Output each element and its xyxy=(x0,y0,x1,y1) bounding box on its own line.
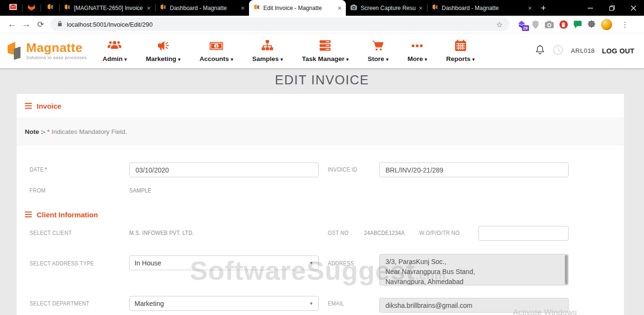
required-asterisk: * xyxy=(45,166,47,173)
menu-marketing[interactable]: Marketing ▾ xyxy=(146,40,181,62)
menu-store[interactable]: Store ▾ xyxy=(368,40,388,62)
forward-button[interactable]: → xyxy=(19,19,33,30)
notifications-bell-icon[interactable] xyxy=(535,44,545,57)
bookmark-star-icon[interactable]: ☆ xyxy=(496,20,503,29)
chevron-down-icon: ▾ xyxy=(472,57,475,62)
menu-label: Store xyxy=(368,55,384,62)
shield-icon[interactable] xyxy=(531,20,540,29)
magnatte-logo[interactable]: Magnatte Solutions to ease processes xyxy=(8,41,96,61)
tab-title: Dashboard - Magnatte xyxy=(442,5,525,11)
textarea-scrollbar[interactable] xyxy=(565,255,568,285)
date-input[interactable] xyxy=(129,163,319,177)
window-close-button[interactable] xyxy=(623,0,644,16)
brand-tagline: Solutions to ease processes xyxy=(26,55,87,60)
new-tab-button[interactable]: + xyxy=(536,3,551,13)
mandatory-note: Note :- * Indicates Mandatory Field. xyxy=(17,119,624,145)
section-invoice-header: Invoice xyxy=(17,94,624,118)
menu-reports[interactable]: Reports ▾ xyxy=(446,40,475,62)
invoice-form-card: Invoice Note :- * Indicates Mandatory Fi… xyxy=(17,94,624,315)
menu-task-manager[interactable]: Task Manager ▾ xyxy=(302,40,349,62)
magnatte-favicon xyxy=(47,3,54,12)
tab-title: Dashboard - Magnatte xyxy=(170,5,238,11)
chevron-down-icon: ▾ xyxy=(386,57,388,62)
logout-button[interactable]: LOG OUT xyxy=(602,47,634,55)
url-text[interactable]: localhost:5001/Invoice/Edit/290 xyxy=(67,21,153,28)
chevron-down-icon: ▾ xyxy=(346,57,349,62)
magnatte-favicon xyxy=(432,4,438,12)
window-minimize-button[interactable] xyxy=(580,0,601,16)
extension-purple-icon[interactable]: 29 xyxy=(517,20,526,29)
note-prefix: Note :- xyxy=(25,128,45,135)
screenshot-camera-icon[interactable] xyxy=(545,20,554,29)
pinned-tab-magnatte[interactable] xyxy=(41,3,59,12)
invoice-id-input[interactable] xyxy=(379,163,569,177)
ellipsis-icon xyxy=(411,40,424,53)
magnatte-logo-icon xyxy=(8,41,22,61)
window-restore-button[interactable] xyxy=(601,0,623,16)
users-icon xyxy=(107,40,122,53)
chat-bubble-icon[interactable] xyxy=(573,20,582,29)
tab-title: Edit Invoice - Magnatte xyxy=(263,5,334,11)
browser-tab[interactable]: [MAGNATTE-2650] Invoice × xyxy=(60,0,155,16)
note-text: Indicates Mandatory Field. xyxy=(52,128,127,135)
browser-tab[interactable]: Dashboard - Magnatte × xyxy=(427,0,536,16)
browser-tab[interactable]: Dashboard - Magnatte × xyxy=(156,0,249,16)
app-navbar: Magnatte Solutions to ease processes Adm… xyxy=(0,33,644,68)
address-textarea: 3/3, ParasKunj Soc., Near Navrangpura Bu… xyxy=(379,254,569,285)
browser-address-bar: ← → ⟳ localhost:5001/Invoice/Edit/290 ☆ … xyxy=(0,16,644,33)
section-client-header: Client Information xyxy=(17,207,98,222)
asterisk-icon: * xyxy=(47,128,50,135)
tab-close-icon[interactable]: × xyxy=(528,5,532,11)
tab-close-icon[interactable]: × xyxy=(241,5,245,11)
chevron-down-icon: ▼ xyxy=(309,261,313,265)
section-title: Client Information xyxy=(37,211,98,219)
wo-po-tr-input[interactable] xyxy=(478,226,569,241)
back-button[interactable]: ← xyxy=(5,19,19,30)
pinned-tabs xyxy=(4,0,60,16)
browser-menu-icon[interactable]: ⋮ xyxy=(621,20,629,29)
menu-label: Admin xyxy=(103,55,123,62)
address-type-select[interactable]: In House ▼ xyxy=(129,255,319,270)
puzzle-extensions-icon[interactable] xyxy=(587,20,596,29)
url-omnibox[interactable]: localhost:5001/Invoice/Edit/290 ☆ xyxy=(51,18,509,31)
camera-icon xyxy=(350,4,357,12)
browser-tab-active[interactable]: Edit Invoice - Magnatte × xyxy=(249,0,346,16)
tab-close-icon[interactable]: × xyxy=(419,5,423,11)
section-title: Invoice xyxy=(37,102,62,110)
pinned-tab-gitlab[interactable] xyxy=(22,3,41,13)
refresh-button[interactable]: ⟳ xyxy=(33,20,48,30)
magnatte-favicon xyxy=(253,4,260,12)
page-body: EDIT INVOICE Invoice Note :- * Indicates… xyxy=(0,68,644,315)
username-text[interactable]: ARL018 xyxy=(571,47,595,54)
menu-admin[interactable]: Admin ▾ xyxy=(103,40,127,62)
gitlab-icon xyxy=(27,3,36,13)
browser-tab[interactable]: Screen Capture Result × xyxy=(346,0,427,16)
page-title: EDIT INVOICE xyxy=(0,68,644,88)
tab-close-icon[interactable]: × xyxy=(147,5,151,11)
hamburger-icon xyxy=(25,212,32,218)
tab-title: [MAGNATTE-2650] Invoice xyxy=(74,5,144,11)
department-select[interactable]: Marketing ▼ xyxy=(129,296,319,311)
clock-icon[interactable] xyxy=(552,44,564,58)
hamburger-icon xyxy=(25,103,32,109)
pinned-tab-gmail[interactable] xyxy=(4,3,22,13)
extensions-area: 29 ⋮ xyxy=(517,19,629,30)
adblock-hand-icon[interactable] xyxy=(559,20,568,29)
tab-title: Screen Capture Result xyxy=(361,5,415,11)
servers-icon xyxy=(319,40,332,53)
menu-label: Reports xyxy=(446,55,470,62)
menu-label: More xyxy=(407,55,423,62)
tab-close-icon[interactable]: × xyxy=(338,5,342,11)
chevron-down-icon: ▼ xyxy=(309,301,313,306)
menu-label: Task Manager xyxy=(302,55,344,62)
extension-badge: 29 xyxy=(522,25,529,31)
menu-accounts[interactable]: 1 Accounts ▾ xyxy=(199,41,233,62)
browser-tab-bar: [MAGNATTE-2650] Invoice × Dashboard - Ma… xyxy=(0,0,644,16)
menu-samples[interactable]: Samples ▾ xyxy=(252,40,283,62)
profile-avatar[interactable] xyxy=(601,19,612,30)
menu-label: Marketing xyxy=(146,55,177,62)
menu-more[interactable]: More ▾ xyxy=(407,40,427,62)
address-type-value: In House xyxy=(135,259,161,267)
activate-windows-watermark: Activate Windows xyxy=(513,308,577,315)
menu-label: Accounts xyxy=(199,55,229,62)
